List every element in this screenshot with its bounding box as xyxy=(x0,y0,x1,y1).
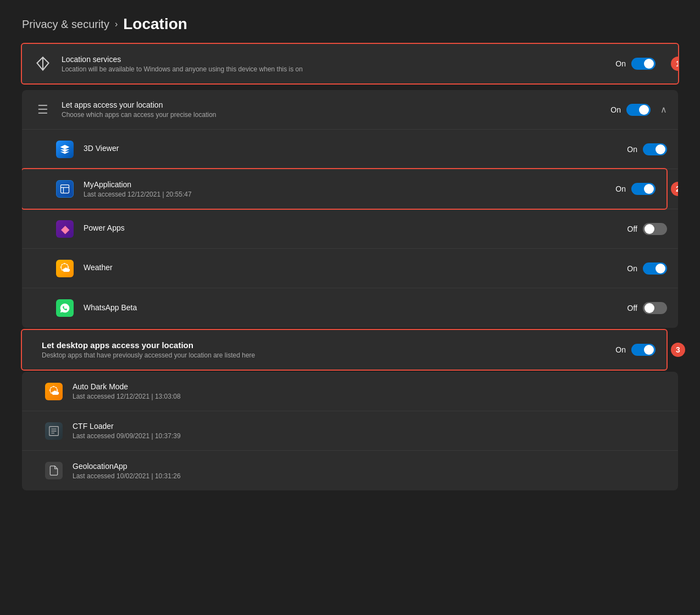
location-services-section: Location services Location will be avail… xyxy=(22,44,678,83)
geoapp-icon xyxy=(44,461,64,480)
autodark-row: 🌤 Auto Dark Mode Last accessed 12/12/202… xyxy=(22,372,678,411)
powerapps-title: Power Apps xyxy=(84,223,627,232)
let-apps-text: Let apps access your location Choose whi… xyxy=(62,100,610,119)
3dviewer-title: 3D Viewer xyxy=(84,144,627,153)
powerapps-icon: ◆ xyxy=(55,219,75,239)
page-header: Privacy & security › Location xyxy=(0,0,700,44)
ctf-last-accessed: Last accessed 09/09/2021 | 10:37:39 xyxy=(73,432,667,440)
ctf-row: CTF Loader Last accessed 09/09/2021 | 10… xyxy=(22,411,678,451)
myapp-toggle[interactable] xyxy=(631,183,655,195)
powerapps-row: ◆ Power Apps Off xyxy=(22,209,678,249)
apps-icon: ☰ xyxy=(33,100,53,120)
desktop-apps-wrapper: Let desktop apps access your location De… xyxy=(22,330,678,370)
location-services-row: Location services Location will be avail… xyxy=(22,44,666,83)
3dviewer-icon xyxy=(55,139,75,159)
location-services-text: Location services Location will be avail… xyxy=(62,55,615,73)
let-apps-subtitle: Choose which apps can access your precis… xyxy=(62,111,610,119)
myapp-last-accessed: Last accessed 12/12/2021 | 20:55:47 xyxy=(84,191,615,198)
ctf-text: CTF Loader Last accessed 09/09/2021 | 10… xyxy=(73,422,667,440)
breadcrumb[interactable]: Privacy & security xyxy=(22,18,109,31)
3dviewer-control: On xyxy=(627,143,667,155)
whatsapp-toggle[interactable] xyxy=(643,302,667,314)
let-apps-chevron[interactable]: ∧ xyxy=(660,104,667,115)
powerapps-text: Power Apps xyxy=(84,223,627,234)
main-content: Location services Location will be avail… xyxy=(0,44,700,490)
ctf-title: CTF Loader xyxy=(73,422,667,431)
breadcrumb-chevron: › xyxy=(115,19,118,29)
myapp-text: MyApplication Last accessed 12/12/2021 |… xyxy=(84,180,615,198)
whatsapp-text: WhatsApp Beta xyxy=(84,303,627,314)
whatsapp-control: Off xyxy=(627,302,667,314)
myapp-status: On xyxy=(615,185,626,193)
location-services-title: Location services xyxy=(62,55,615,64)
desktop-apps-text: Let desktop apps access your location De… xyxy=(42,340,615,359)
geoapp-last-accessed: Last accessed 10/02/2021 | 10:31:26 xyxy=(73,472,667,480)
page-title: Location xyxy=(123,15,187,33)
desktop-apps-title: Let desktop apps access your location xyxy=(42,340,615,350)
weather-row: 🌤 Weather On xyxy=(22,249,678,288)
desktop-apps-toggle[interactable] xyxy=(631,344,655,356)
let-apps-section: ☰ Let apps access your location Choose w… xyxy=(22,90,678,328)
desktop-apps-control: On xyxy=(615,344,655,356)
svg-rect-2 xyxy=(61,185,69,193)
myapp-icon xyxy=(55,179,75,199)
desktop-apps-subtitle: Desktop apps that have previously access… xyxy=(42,351,615,359)
weather-icon: 🌤 xyxy=(55,259,75,278)
whatsapp-icon xyxy=(55,298,75,318)
autodark-text: Auto Dark Mode Last accessed 12/12/2021 … xyxy=(73,382,667,400)
ctf-icon xyxy=(44,421,64,441)
whatsapp-row: WhatsApp Beta Off xyxy=(22,288,678,328)
3dviewer-status: On xyxy=(627,145,637,154)
let-apps-toggle[interactable] xyxy=(626,104,651,116)
let-apps-status: On xyxy=(610,105,621,114)
desktop-apps-status: On xyxy=(615,345,626,354)
powerapps-control: Off xyxy=(627,223,667,235)
geoapp-title: GeolocationApp xyxy=(73,462,667,471)
desktop-apps-section: Let desktop apps access your location De… xyxy=(22,330,666,370)
weather-status: On xyxy=(627,264,637,273)
3dviewer-text: 3D Viewer xyxy=(84,144,627,154)
app-row-3dviewer: 3D Viewer On xyxy=(22,130,678,169)
3dviewer-toggle[interactable] xyxy=(643,143,667,155)
desktop-app-list: 🌤 Auto Dark Mode Last accessed 12/12/202… xyxy=(22,372,678,490)
location-services-toggle[interactable] xyxy=(631,58,655,70)
weather-toggle[interactable] xyxy=(643,262,667,275)
autodark-icon: 🌤 xyxy=(44,382,64,401)
whatsapp-title: WhatsApp Beta xyxy=(84,303,627,312)
let-apps-row: ☰ Let apps access your location Choose w… xyxy=(22,90,678,130)
myapp-title: MyApplication xyxy=(84,180,615,189)
weather-title: Weather xyxy=(84,263,627,272)
whatsapp-status: Off xyxy=(627,304,637,312)
location-icon xyxy=(33,54,53,74)
let-apps-control: On ∧ xyxy=(610,104,667,116)
geoapp-text: GeolocationApp Last accessed 10/02/2021 … xyxy=(73,462,667,480)
weather-control: On xyxy=(627,262,667,275)
myapp-wrapper: MyApplication Last accessed 12/12/2021 |… xyxy=(22,169,678,209)
weather-text: Weather xyxy=(84,263,627,273)
location-services-subtitle: Location will be available to Windows an… xyxy=(62,65,615,73)
myapp-control: On xyxy=(615,183,655,195)
location-services-control: On xyxy=(615,58,655,70)
myapp-row: MyApplication Last accessed 12/12/2021 |… xyxy=(22,169,666,209)
location-services-status: On xyxy=(615,59,626,68)
desktop-apps-row: Let desktop apps access your location De… xyxy=(22,330,666,370)
autodark-title: Auto Dark Mode xyxy=(73,382,667,391)
badge-1: 1 xyxy=(671,57,678,71)
autodark-last-accessed: Last accessed 12/12/2021 | 13:03:08 xyxy=(73,393,667,400)
powerapps-toggle[interactable] xyxy=(643,223,667,235)
powerapps-status: Off xyxy=(627,225,637,233)
badge-2: 2 xyxy=(671,182,678,196)
geoapp-row: GeolocationApp Last accessed 10/02/2021 … xyxy=(22,451,678,490)
badge-3: 3 xyxy=(671,343,685,357)
let-apps-title: Let apps access your location xyxy=(62,100,610,109)
